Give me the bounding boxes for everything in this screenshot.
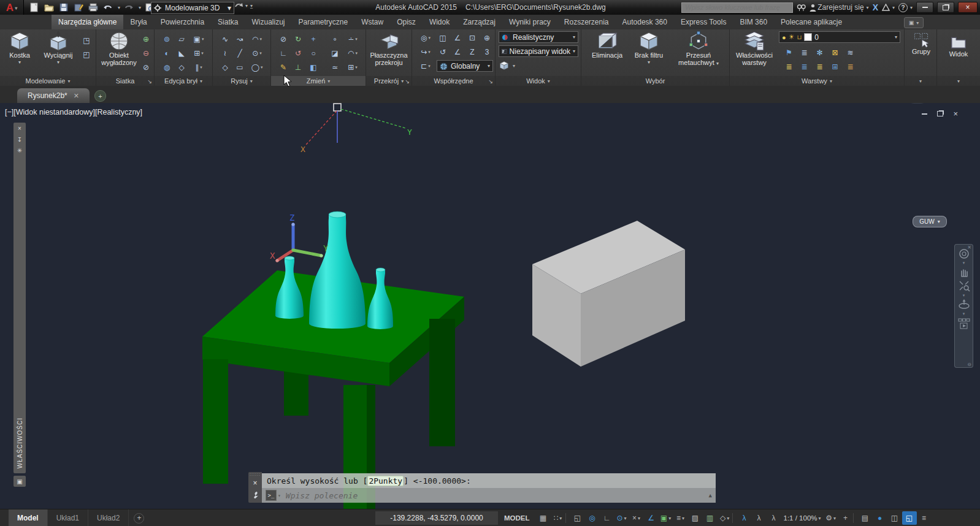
- kostka-button[interactable]: Kostka ▾: [4, 31, 36, 66]
- graphics-performance-icon[interactable]: ●: [873, 511, 887, 525]
- solid-edit-icon[interactable]: ▣▾: [189, 32, 209, 46]
- doc-restore-button[interactable]: [937, 111, 943, 116]
- bottle-large[interactable]: [309, 215, 366, 329]
- dynamic-input-icon[interactable]: ◎: [585, 511, 600, 525]
- recent-commands-icon[interactable]: ▾: [278, 493, 281, 498]
- chevron-down-icon[interactable]: ▾: [963, 261, 965, 265]
- table-back-leg[interactable]: [284, 368, 308, 416]
- layer-unlock-icon[interactable]: ⊞: [827, 59, 843, 74]
- zoom-extents-icon[interactable]: [958, 280, 970, 292]
- restore-button[interactable]: [937, 2, 954, 13]
- pan-hand-icon[interactable]: [959, 267, 970, 278]
- shell-icon[interactable]: ◇: [174, 60, 189, 74]
- undo-dropdown-icon[interactable]: ▾: [118, 5, 120, 10]
- save-as-icon[interactable]: [72, 1, 85, 13]
- tab-zarzadzaj[interactable]: Zarządzaj: [456, 15, 502, 29]
- save-icon[interactable]: [58, 1, 70, 13]
- panel-label-rysuj[interactable]: Rysuj▾: [213, 76, 270, 86]
- customization-plus-icon[interactable]: +: [838, 511, 853, 525]
- new-layout-button[interactable]: +: [134, 513, 144, 524]
- sign-in-button[interactable]: Zarejestruj się▾: [810, 3, 868, 12]
- viewport-config-button[interactable]: ▾: [499, 61, 515, 71]
- subtract-icon[interactable]: ◐: [159, 46, 174, 60]
- ucs-x-icon[interactable]: ∠: [450, 31, 465, 45]
- wlasciwosci-warstwy-button[interactable]: Właściwości warstwy: [732, 31, 776, 66]
- tab-parametryczne[interactable]: Parametryczne: [291, 15, 354, 29]
- viewport-minus-control[interactable]: [−]: [5, 108, 13, 116]
- smooth-more-icon[interactable]: ⊕: [139, 32, 153, 46]
- polygon-icon[interactable]: ◇: [218, 60, 232, 74]
- erase-icon[interactable]: ✎: [276, 60, 291, 74]
- search-input[interactable]: [681, 2, 793, 13]
- workspace-arrow-button[interactable]: ▾▾̲: [234, 2, 253, 9]
- tab-wizualizuj[interactable]: Wizualizuj: [245, 15, 291, 29]
- search-icon[interactable]: [797, 4, 806, 12]
- intersect-icon[interactable]: ◍: [159, 60, 174, 74]
- grid-display-icon[interactable]: ▦: [536, 511, 551, 525]
- tab-wstaw[interactable]: Wstaw: [354, 15, 390, 29]
- chamfer-icon[interactable]: ∟: [276, 46, 291, 60]
- ucs-world-icon[interactable]: ◫: [435, 31, 450, 45]
- presspull-icon[interactable]: ◰: [80, 47, 93, 61]
- layer-freeze-icon[interactable]: ✻: [812, 45, 827, 59]
- isodraft-icon[interactable]: ×▾: [629, 511, 644, 525]
- circle-icon[interactable]: ⊙▾: [247, 46, 267, 60]
- command-input-row[interactable]: >_ ▾ Wpisz polecenie ▲: [262, 488, 716, 503]
- ucs-origin-icon[interactable]: ⊕: [480, 31, 494, 45]
- ucs-face-icon[interactable]: ∠: [450, 45, 465, 59]
- ucs-combo[interactable]: Globalny ▾: [437, 60, 493, 72]
- viewport-view-control[interactable]: [Widok niestandardowy]: [13, 108, 95, 116]
- osnap-tracking-icon[interactable]: ∠: [644, 511, 659, 525]
- tab-opisz[interactable]: Opisz: [390, 15, 423, 29]
- tab-rozszerzenia[interactable]: Rozszerzenia: [557, 15, 616, 29]
- transparency-icon[interactable]: ▨: [688, 511, 703, 525]
- close-tab-icon[interactable]: ✕: [74, 92, 79, 100]
- palette-window-icon[interactable]: ▣: [13, 476, 26, 487]
- saved-view-combo[interactable]: Niezapisany widok ▾: [499, 45, 578, 57]
- model-viewport[interactable]: Z X Y X Y Pd W Pn: [0, 103, 980, 509]
- autodesk-360-icon[interactable]: ▾: [882, 4, 895, 11]
- layer-combo[interactable]: ● ☀ ⊔ 0 ▾: [779, 31, 900, 43]
- command-gutter[interactable]: ············ ×: [248, 472, 262, 503]
- undo-icon[interactable]: [102, 1, 114, 13]
- polyline-icon[interactable]: ∿: [218, 32, 232, 46]
- smooth-off-icon[interactable]: ⊘: [139, 60, 153, 74]
- ucs-object-icon[interactable]: ⊏▾: [416, 59, 435, 73]
- layer-unisolate-icon[interactable]: ≣: [797, 59, 812, 74]
- ucs-icon[interactable]: ◎▾: [416, 31, 435, 45]
- ucs-rotate-icon[interactable]: ↺: [435, 45, 450, 59]
- showmotion-icon[interactable]: [958, 318, 970, 330]
- visual-style-combo[interactable]: Realistyczny ▾: [499, 31, 578, 43]
- redo-icon[interactable]: [123, 1, 135, 13]
- panel-label-edycja-bryl[interactable]: Edycja brył▾: [155, 76, 212, 86]
- fillet-icon[interactable]: ◠▾: [342, 46, 363, 60]
- rotate-icon[interactable]: ↺: [291, 46, 305, 60]
- annotation-monitor-icon[interactable]: λ: [767, 511, 781, 525]
- object-snap-icon[interactable]: ▣▾: [659, 511, 673, 525]
- panel-grupy[interactable]: Grupy ▾: [905, 29, 937, 86]
- eliminacja-button[interactable]: Eliminacja: [588, 31, 627, 59]
- tab-powierzchnia[interactable]: Powierzchnia: [154, 15, 211, 29]
- command-option-2punkty[interactable]: 2Punkty: [367, 476, 404, 486]
- 3d-osnap-icon[interactable]: ◇▾: [718, 511, 732, 525]
- workspace-gear-icon[interactable]: ⚙▾: [824, 511, 838, 525]
- extrude-faces-icon[interactable]: ▱: [174, 32, 189, 46]
- annotation-visibility-icon[interactable]: λ: [737, 511, 752, 525]
- revision-cloud-icon[interactable]: ≀: [218, 46, 232, 60]
- wyciagnij-button[interactable]: Wyciągnij ▾: [40, 31, 76, 66]
- brak-filtru-button[interactable]: Brak filtru ▾: [629, 31, 668, 66]
- fillet-edge-icon[interactable]: ◣: [174, 46, 189, 60]
- workspace-switcher[interactable]: Modelowanie 3D ▾: [151, 2, 234, 14]
- ortho-mode-icon[interactable]: ∟: [600, 511, 614, 525]
- layout-tab-uklad1[interactable]: Układ1: [48, 509, 88, 526]
- viewport-style-control[interactable]: [Realistyczny]: [95, 108, 142, 116]
- polar-tracking-icon[interactable]: ⊙▾: [614, 511, 629, 525]
- separate-icon[interactable]: ∥▾: [189, 60, 209, 74]
- infer-constraints-icon[interactable]: ◱: [570, 511, 585, 525]
- model-space-button[interactable]: MODEL: [499, 514, 535, 522]
- rotate-gizmo-icon[interactable]: ↻: [291, 32, 305, 46]
- chevron-down-icon[interactable]: ▾: [963, 312, 965, 316]
- move-gizmo-icon[interactable]: +: [305, 32, 321, 46]
- tab-autodesk-360[interactable]: Autodesk 360: [616, 15, 674, 29]
- panel-label-wspolrzedne[interactable]: Współrzędne: [412, 76, 495, 86]
